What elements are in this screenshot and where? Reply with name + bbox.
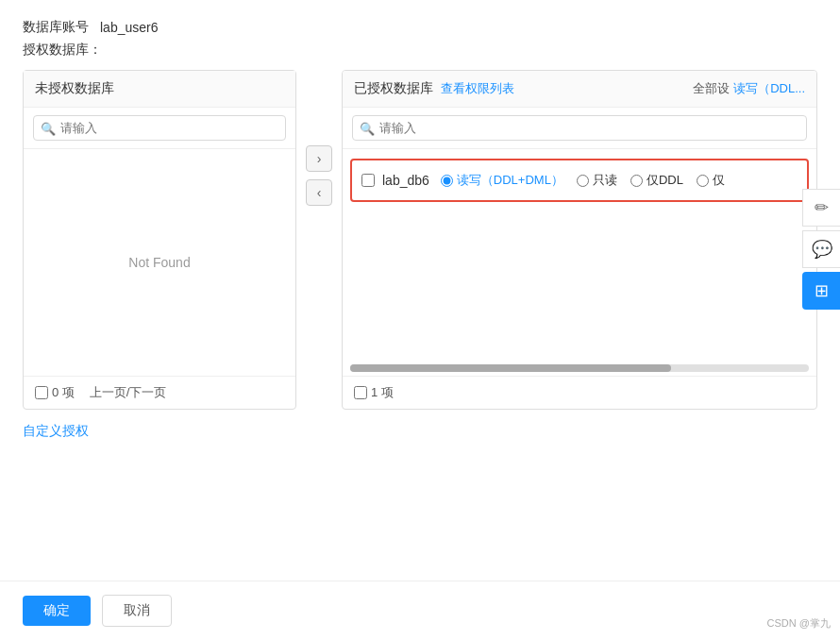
arrow-left-icon: ‹ <box>317 185 322 200</box>
arrow-right-icon: › <box>317 151 322 166</box>
watermark: CSDN @掌九 <box>767 616 831 631</box>
transfer-arrows: › ‹ <box>296 145 342 206</box>
right-panel-footer: 1 项 <box>343 376 816 409</box>
db-item-checkbox[interactable] <box>361 174 375 187</box>
left-select-all-checkbox[interactable] <box>35 386 48 399</box>
bottom-action-bar: 确定 取消 <box>0 581 840 640</box>
scrollbar-thumb[interactable] <box>350 364 671 372</box>
right-item-count: 1 项 <box>371 384 394 401</box>
radio-read-only-label: 只读 <box>593 172 617 189</box>
radio-read-only[interactable]: 只读 <box>577 172 617 189</box>
grid-icon: ⊞ <box>815 280 829 301</box>
grant-db-label: 授权数据库： <box>23 42 817 59</box>
right-select-all-checkbox[interactable] <box>354 386 367 399</box>
move-right-button[interactable]: › <box>306 145 332 172</box>
permission-radio-group: 读写（DDL+DML） 只读 仅DDL 仅 <box>441 172 725 189</box>
radio-read-write-label: 读写（DDL+DML） <box>457 172 563 189</box>
all-set-link[interactable]: 读写（DDL... <box>733 80 805 97</box>
radio-read-write[interactable]: 读写（DDL+DML） <box>441 172 563 189</box>
db-account-value: lab_user6 <box>100 20 159 35</box>
left-panel-title: 未授权数据库 <box>24 71 295 108</box>
floating-grid-button[interactable]: ⊞ <box>802 272 840 310</box>
scrollbar-track <box>350 364 809 372</box>
radio-ddl-only-label: 仅DDL <box>647 172 683 189</box>
floating-sidebar: ✏ 💬 ⊞ <box>802 189 840 310</box>
radio-other[interactable]: 仅 <box>697 172 725 189</box>
authorized-db-item: lab_db6 读写（DDL+DML） 只读 仅DDL <box>350 159 809 202</box>
right-panel-header: 已授权数据库 查看权限列表 全部设 读写（DDL... <box>343 71 816 108</box>
left-search-icon: 🔍 <box>41 121 56 135</box>
left-count-area: 0 项 <box>35 384 75 401</box>
right-search-wrapper: 🔍 <box>343 108 816 149</box>
radio-other-label: 仅 <box>713 172 725 189</box>
left-pagination[interactable]: 上一页/下一页 <box>90 384 167 401</box>
radio-ddl-only[interactable]: 仅DDL <box>630 172 683 189</box>
all-set-label: 全部设 <box>693 80 730 97</box>
right-scrollbar-area <box>343 361 816 376</box>
left-panel-footer: 0 项 上一页/下一页 <box>24 376 295 409</box>
unauthorized-db-panel: 未授权数据库 🔍 Not Found 0 项 上一页/下一页 <box>23 70 296 410</box>
chat-icon: 💬 <box>812 239 832 260</box>
right-search-icon: 🔍 <box>360 121 375 135</box>
confirm-button[interactable]: 确定 <box>23 596 91 626</box>
floating-chat-button[interactable]: 💬 <box>802 230 840 268</box>
view-permissions-link[interactable]: 查看权限列表 <box>441 80 514 97</box>
right-panel-title-area: 已授权数据库 查看权限列表 <box>354 80 514 97</box>
move-left-button[interactable]: ‹ <box>306 179 332 206</box>
left-item-count: 0 项 <box>52 384 75 401</box>
authorized-db-panel: 已授权数据库 查看权限列表 全部设 读写（DDL... 🔍 <box>342 70 817 410</box>
left-search-wrapper: 🔍 <box>24 108 295 149</box>
edit-icon: ✏ <box>815 197 829 218</box>
all-set-area: 全部设 读写（DDL... <box>693 80 805 97</box>
not-found-text: Not Found <box>128 255 190 270</box>
left-panel-body: Not Found <box>24 149 295 376</box>
right-panel-body: lab_db6 读写（DDL+DML） 只读 仅DDL <box>343 149 816 361</box>
floating-edit-button[interactable]: ✏ <box>802 189 840 227</box>
custom-auth-link[interactable]: 自定义授权 <box>23 423 89 440</box>
left-search-input[interactable] <box>33 115 286 141</box>
right-panel-title: 已授权数据库 <box>354 80 433 97</box>
right-search-input[interactable] <box>352 115 807 141</box>
db-account-label: 数据库账号 <box>23 19 89 36</box>
db-item-name: lab_db6 <box>382 173 429 188</box>
cancel-button[interactable]: 取消 <box>102 595 172 627</box>
